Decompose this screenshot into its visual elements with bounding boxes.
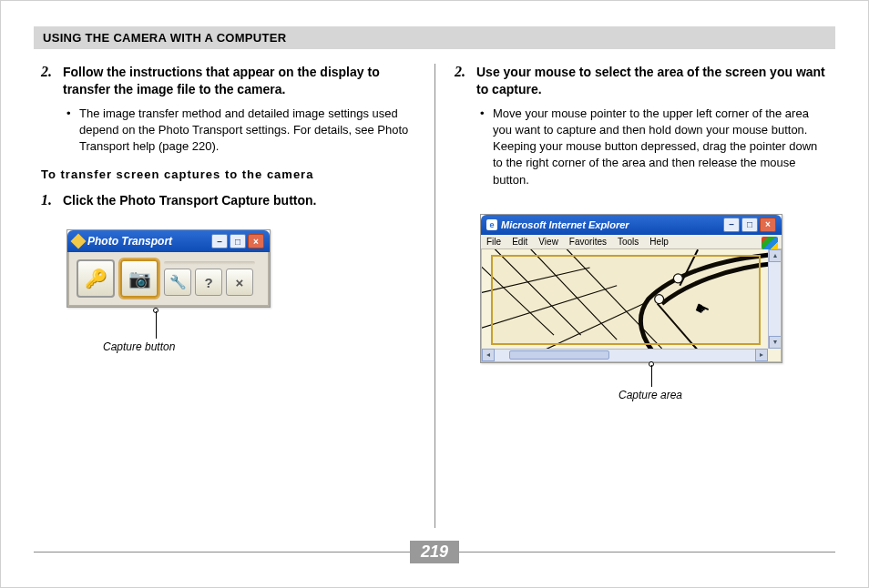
page-footer: 219 bbox=[34, 541, 835, 563]
capture-camera-icon: 📷 bbox=[128, 268, 151, 289]
scroll-up-arrow[interactable]: ▴ bbox=[769, 249, 782, 262]
menu-edit[interactable]: Edit bbox=[512, 237, 527, 247]
vertical-scrollbar[interactable]: ▴ ▾ bbox=[768, 249, 781, 349]
step-number: 2. bbox=[455, 64, 471, 80]
right-step-2: 2. Use your mouse to select the area of … bbox=[455, 64, 828, 98]
scroll-right-arrow[interactable]: ▸ bbox=[755, 349, 768, 361]
manual-page: USING THE CAMERA WITH A COMPUTER 2. Foll… bbox=[0, 0, 869, 588]
capture-area-callout: Capture area bbox=[480, 367, 828, 409]
maximize-button[interactable]: □ bbox=[230, 234, 246, 248]
pt-separator bbox=[164, 261, 255, 265]
minimize-button[interactable]: – bbox=[723, 218, 740, 232]
left-column: 2. Follow the instructions that appear o… bbox=[34, 64, 434, 528]
scroll-down-arrow[interactable]: ▾ bbox=[769, 336, 782, 349]
scroll-thumb[interactable] bbox=[509, 350, 609, 360]
section-title: USING THE CAMERA WITH A COMPUTER bbox=[43, 31, 286, 45]
photo-transport-window: Photo Transport – □ × 🔑 📷 bbox=[66, 229, 271, 308]
pt-title-text: Photo Transport bbox=[87, 235, 208, 248]
step-number: 2. bbox=[41, 64, 57, 80]
step-text: Follow the instructions that appear on t… bbox=[63, 64, 414, 98]
menu-help[interactable]: Help bbox=[649, 237, 669, 247]
step-text: Click the Photo Transport Capture button… bbox=[63, 192, 316, 209]
minimize-button[interactable]: – bbox=[211, 234, 228, 248]
menu-tools[interactable]: Tools bbox=[618, 237, 639, 247]
menu-view[interactable]: View bbox=[538, 237, 558, 247]
right-column: 2. Use your mouse to select the area of … bbox=[434, 64, 835, 528]
pt-capture-button[interactable]: 📷 bbox=[120, 259, 158, 298]
column-divider bbox=[434, 64, 435, 528]
footer-rule-right bbox=[459, 552, 835, 553]
step-number: 1. bbox=[41, 192, 57, 208]
left-step-2: 2. Follow the instructions that appear o… bbox=[41, 64, 414, 98]
close-button[interactable]: × bbox=[760, 218, 776, 232]
capture-button-callout: Capture button bbox=[66, 311, 414, 353]
page-number: 219 bbox=[410, 541, 459, 563]
ie-window: e Microsoft Internet Explorer – □ × File… bbox=[480, 214, 782, 363]
bullet-text: The image transfer method and detailed i… bbox=[79, 106, 414, 156]
ie-menubar: File Edit View Favorites Tools Help bbox=[481, 235, 782, 249]
pt-transfer-button[interactable]: 🔑 bbox=[77, 259, 115, 298]
pt-toolbar: 🔑 📷 🔧 ? × bbox=[67, 252, 270, 307]
close-button[interactable]: × bbox=[248, 234, 264, 248]
pt-small-button-group: 🔧 ? × bbox=[164, 261, 255, 296]
ie-app-icon: e bbox=[486, 219, 497, 230]
pt-help-button[interactable]: ? bbox=[195, 269, 222, 296]
ie-titlebar: e Microsoft Internet Explorer – □ × bbox=[481, 215, 782, 235]
right-step-2-bullet: • Move your mouse pointer to the upper l… bbox=[480, 106, 828, 188]
key-folder-icon: 🔑 bbox=[85, 268, 107, 289]
callout-line bbox=[651, 365, 652, 387]
section-header: USING THE CAMERA WITH A COMPUTER bbox=[34, 26, 835, 49]
callout-line bbox=[156, 311, 157, 339]
bullet-dot: • bbox=[480, 106, 487, 188]
pt-titlebar: Photo Transport – □ × bbox=[67, 230, 270, 252]
callout-label: Capture button bbox=[103, 340, 175, 353]
footer-rule-left bbox=[34, 552, 410, 553]
left-step-1: 1. Click the Photo Transport Capture but… bbox=[41, 192, 414, 209]
maximize-button[interactable]: □ bbox=[741, 218, 758, 232]
windows-flag-icon bbox=[762, 237, 778, 249]
step-text: Use your mouse to select the area of the… bbox=[476, 64, 828, 98]
pt-app-icon bbox=[71, 234, 87, 249]
bullet-text: Move your mouse pointer to the upper lef… bbox=[493, 106, 828, 188]
callout-label: Capture area bbox=[619, 389, 682, 401]
wrench-icon: 🔧 bbox=[169, 274, 187, 290]
scroll-left-arrow[interactable]: ◂ bbox=[482, 349, 495, 361]
ie-viewport[interactable]: ☛ ▴ ▾ ◂ ▸ bbox=[481, 249, 782, 362]
menu-file[interactable]: File bbox=[486, 237, 501, 247]
ie-title-text: Microsoft Internet Explorer bbox=[501, 219, 720, 230]
left-step-2-bullet: • The image transfer method and detailed… bbox=[66, 106, 414, 156]
capture-selection-rect bbox=[491, 255, 761, 345]
pt-settings-button[interactable]: 🔧 bbox=[164, 269, 191, 296]
two-column-layout: 2. Follow the instructions that appear o… bbox=[34, 64, 835, 528]
bullet-dot: • bbox=[66, 106, 74, 156]
pt-window-buttons: – □ × bbox=[211, 234, 264, 248]
left-subheading: To transfer screen captures to the camer… bbox=[41, 167, 414, 181]
pt-exit-button[interactable]: × bbox=[226, 269, 253, 296]
ie-window-buttons: – □ × bbox=[723, 218, 776, 232]
menu-favorites[interactable]: Favorites bbox=[569, 237, 607, 247]
horizontal-scrollbar[interactable]: ◂ ▸ bbox=[482, 349, 768, 361]
